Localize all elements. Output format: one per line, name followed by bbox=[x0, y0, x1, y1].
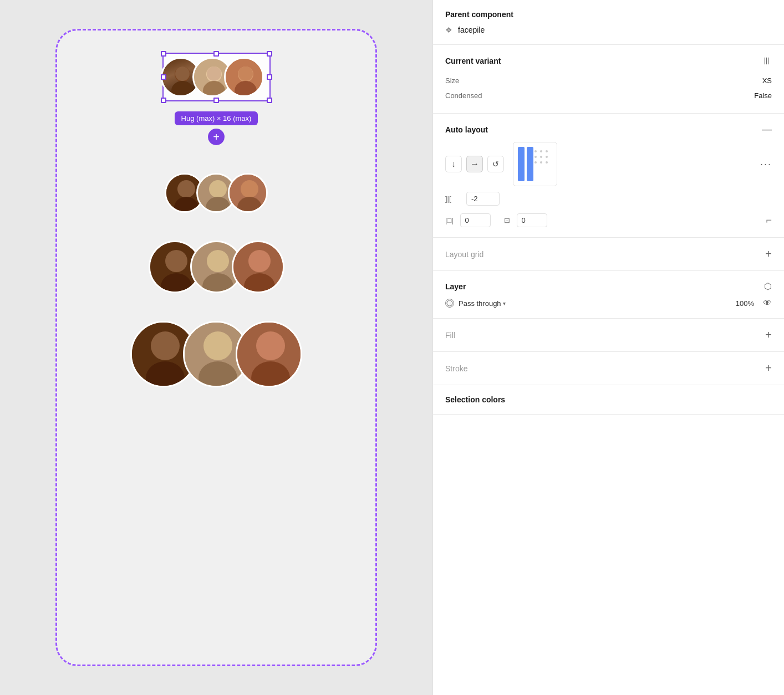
layout-grid-section: Layout grid + bbox=[433, 238, 784, 271]
blend-mode-chevron: ▾ bbox=[503, 300, 506, 306]
gap-input[interactable] bbox=[466, 192, 500, 206]
blend-mode-text: Pass through bbox=[459, 299, 501, 308]
handle-tm[interactable] bbox=[213, 51, 219, 57]
direction-row: ↓ → ↺ bbox=[445, 142, 772, 186]
face-3-3 bbox=[232, 241, 284, 293]
parent-component-title: Parent component bbox=[445, 10, 772, 19]
svg-point-12 bbox=[177, 180, 195, 198]
stroke-title: Stroke bbox=[445, 364, 467, 373]
layer-section: Layer ⬡ Pass through ▾ 100% 👁 bbox=[433, 271, 784, 319]
component-icon: ❖ bbox=[445, 25, 452, 34]
facepile-group-2 bbox=[165, 173, 268, 213]
right-panel: Parent component ❖ facepile Current vari… bbox=[432, 0, 784, 695]
padding-v-icon: ⊡ bbox=[504, 216, 510, 224]
svg-point-36 bbox=[256, 331, 285, 360]
facepile-group-3 bbox=[149, 241, 284, 293]
layout-grid-add-btn[interactable]: + bbox=[765, 248, 772, 260]
add-button[interactable]: + bbox=[208, 129, 225, 145]
variant-settings-icon[interactable]: ⫼ bbox=[762, 55, 772, 67]
face-2-3 bbox=[228, 173, 268, 213]
device-frame: Hug (max) × 16 (max) + bbox=[55, 29, 377, 666]
handle-tr[interactable] bbox=[267, 51, 272, 57]
facepile-group-4 bbox=[130, 321, 302, 387]
padding-h-input[interactable] bbox=[460, 213, 491, 227]
layout-grid-visual bbox=[513, 142, 557, 186]
layer-title: Layer bbox=[445, 282, 466, 291]
auto-layout-controls: ↓ → ↺ bbox=[445, 142, 772, 227]
variant-size-label: Size bbox=[445, 76, 459, 85]
size-label: Hug (max) × 16 (max) bbox=[175, 111, 258, 125]
handle-ml[interactable] bbox=[161, 74, 166, 80]
variant-condensed-label: Condensed bbox=[445, 91, 482, 100]
layer-blend-row: Pass through ▾ 100% 👁 bbox=[445, 298, 772, 308]
parent-component-section: Parent component ❖ facepile bbox=[433, 0, 784, 45]
handle-tl[interactable] bbox=[161, 51, 166, 57]
blend-mode-dropdown[interactable]: Pass through ▾ bbox=[459, 299, 506, 308]
auto-layout-section: Auto layout — ↓ → ↺ bbox=[433, 114, 784, 238]
component-name: facepile bbox=[458, 25, 485, 34]
current-variant-section: Current variant ⫼ Size XS Condensed Fals… bbox=[433, 45, 784, 114]
svg-point-24 bbox=[207, 250, 229, 272]
grid-dots bbox=[534, 150, 549, 165]
handle-bm[interactable] bbox=[213, 98, 219, 103]
opacity-value: 100% bbox=[736, 299, 754, 308]
variant-condensed-value: False bbox=[754, 91, 772, 100]
handle-mr[interactable] bbox=[267, 74, 272, 80]
variant-row-condensed: Condensed False bbox=[445, 88, 772, 103]
layout-grid-title: Layout grid bbox=[445, 250, 483, 259]
direction-down-btn[interactable]: ↓ bbox=[445, 156, 462, 172]
svg-point-33 bbox=[203, 331, 232, 360]
variant-row-size: Size XS bbox=[445, 73, 772, 88]
fill-add-btn[interactable]: + bbox=[765, 329, 772, 341]
corner-radius-icon: ⌐ bbox=[766, 214, 772, 226]
grid-bar-2 bbox=[527, 147, 533, 181]
selection-colors-section: Selection colors bbox=[433, 385, 784, 415]
layer-visibility-toggle[interactable]: 👁 bbox=[763, 298, 772, 308]
direction-right-btn[interactable]: → bbox=[466, 156, 483, 172]
selected-facepile-group[interactable]: Hug (max) × 16 (max) + bbox=[162, 53, 271, 145]
handle-br[interactable] bbox=[267, 98, 272, 103]
variant-size-value: XS bbox=[762, 76, 772, 85]
stroke-header: Stroke + bbox=[445, 362, 772, 375]
fill-header: Fill + bbox=[445, 329, 772, 341]
blend-mode-icon bbox=[445, 299, 454, 308]
fill-section: Fill + bbox=[433, 319, 784, 352]
padding-h-icon: |□| bbox=[445, 216, 454, 224]
handle-bl[interactable] bbox=[161, 98, 166, 103]
svg-point-15 bbox=[209, 180, 227, 198]
svg-point-1 bbox=[171, 81, 194, 97]
auto-layout-collapse-icon[interactable]: — bbox=[762, 124, 772, 135]
padding-v-input[interactable] bbox=[517, 213, 547, 227]
fill-title: Fill bbox=[445, 331, 455, 340]
layer-settings-icon[interactable]: ⬡ bbox=[764, 281, 772, 292]
svg-point-27 bbox=[248, 250, 271, 272]
stroke-add-btn[interactable]: + bbox=[765, 362, 772, 375]
gap-icon: ]|[ bbox=[445, 195, 462, 203]
current-variant-title: Current variant bbox=[445, 57, 501, 65]
face-avatar-3 bbox=[224, 57, 264, 97]
selection-colors-header: Selection colors bbox=[445, 395, 772, 404]
svg-point-30 bbox=[151, 331, 180, 360]
stroke-section: Stroke + bbox=[433, 352, 784, 385]
layout-grid-header: Layout grid + bbox=[445, 248, 772, 260]
auto-layout-more-btn[interactable]: ··· bbox=[760, 159, 772, 170]
padding-row: |□| ⊡ ⌐ bbox=[445, 213, 772, 227]
selection-colors-title: Selection colors bbox=[445, 395, 505, 404]
face-4-3 bbox=[236, 321, 302, 387]
svg-point-2 bbox=[175, 67, 190, 81]
svg-point-21 bbox=[165, 250, 187, 272]
svg-point-18 bbox=[241, 180, 258, 198]
canvas-area: Hug (max) × 16 (max) + bbox=[0, 0, 432, 695]
gap-row: ]|[ bbox=[445, 192, 772, 206]
grid-bar-1 bbox=[518, 147, 525, 181]
direction-wrap-btn[interactable]: ↺ bbox=[487, 156, 504, 172]
svg-point-10 bbox=[238, 67, 253, 81]
auto-layout-title: Auto layout bbox=[445, 125, 488, 134]
svg-point-6 bbox=[207, 67, 221, 81]
